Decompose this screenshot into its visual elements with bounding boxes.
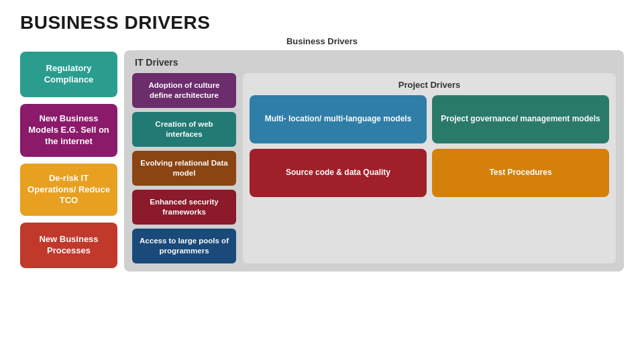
project-box-test-procedures: Test Procedures xyxy=(432,149,609,197)
it-drivers-label: IT Drivers xyxy=(132,57,616,68)
left-box-new-business-models: New Business Models E.G. Sell on the int… xyxy=(20,104,117,157)
project-drivers-grid: Multi- location/ multi-language models P… xyxy=(250,95,609,197)
middle-box-creation-web: Creation of web interfaces xyxy=(132,112,236,147)
project-drivers-container: Project Drivers Multi- location/ multi-l… xyxy=(243,73,616,263)
diagram-label: Business Drivers xyxy=(286,36,358,46)
middle-box-adoption: Adoption of culture define architecture xyxy=(132,73,236,108)
diagram-main: Regulatory Compliance New Business Model… xyxy=(20,50,624,272)
it-drivers-container: IT Drivers Adoption of culture define ar… xyxy=(124,50,624,272)
project-box-project-governance: Project governance/ management models xyxy=(432,95,609,143)
middle-column: Adoption of culture define architecture … xyxy=(132,73,236,263)
it-drivers-body: Adoption of culture define architecture … xyxy=(132,73,616,263)
left-box-regulatory: Regulatory Compliance xyxy=(20,52,117,97)
left-column: Regulatory Compliance New Business Model… xyxy=(20,50,117,268)
project-drivers-label: Project Drivers xyxy=(250,80,609,90)
diagram-area: Business Drivers Regulatory Compliance N… xyxy=(0,36,644,272)
project-box-source-code: Source code & data Quality xyxy=(250,149,427,197)
middle-box-evolving: Evolving relational Data model xyxy=(132,151,236,186)
middle-box-enhanced-security: Enhanced security frameworks xyxy=(132,190,236,225)
left-box-de-risk: De-risk IT Operations/ Reduce TCO xyxy=(20,164,117,217)
left-box-new-business-processes: New Business Processes xyxy=(20,223,117,268)
project-box-multi-location: Multi- location/ multi-language models xyxy=(250,95,427,143)
page-title: BUSINESS DRIVERS xyxy=(0,0,644,36)
middle-box-access-programmers: Access to large pools of programmers xyxy=(132,229,236,263)
